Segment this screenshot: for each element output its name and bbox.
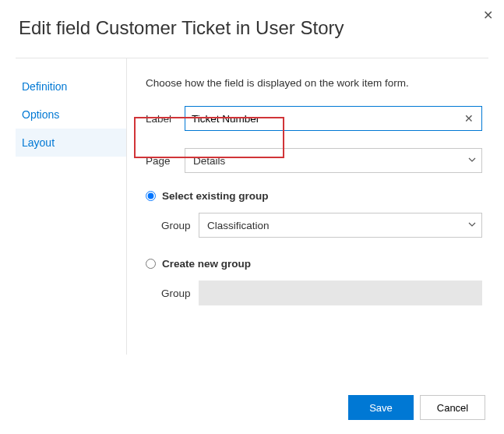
chevron-down-icon xyxy=(467,220,477,231)
group-select[interactable]: Classification xyxy=(199,213,482,238)
clear-label-icon[interactable]: ✕ xyxy=(461,112,477,125)
intro-text: Choose how the field is displayed on the… xyxy=(146,77,482,89)
dialog-title: Edit field Customer Ticket in User Story xyxy=(0,0,504,58)
group-field-label: Group xyxy=(161,220,199,231)
radio-existing-group[interactable]: Select existing group xyxy=(146,190,482,202)
chevron-down-icon xyxy=(467,155,477,167)
close-icon[interactable]: ✕ xyxy=(483,8,493,23)
sidebar-item-options[interactable]: Options xyxy=(16,101,126,129)
label-input-wrap[interactable]: ✕ xyxy=(185,106,482,131)
sidebar: Definition Options Layout xyxy=(16,58,127,355)
new-group-input xyxy=(199,281,482,305)
label-field-label: Label xyxy=(146,113,185,125)
radio-existing-label: Select existing group xyxy=(162,190,269,202)
label-input[interactable] xyxy=(192,113,461,125)
radio-new-label: Create new group xyxy=(162,258,251,270)
page-select-value: Details xyxy=(193,155,467,167)
main-panel: Choose how the field is displayed on the… xyxy=(127,58,488,355)
sidebar-item-definition[interactable]: Definition xyxy=(16,72,126,101)
sidebar-item-layout[interactable]: Layout xyxy=(16,129,126,157)
radio-new-input[interactable] xyxy=(146,259,156,269)
group-select-value: Classification xyxy=(207,220,467,231)
save-button[interactable]: Save xyxy=(348,395,414,420)
cancel-button[interactable]: Cancel xyxy=(420,395,485,420)
radio-existing-input[interactable] xyxy=(146,191,156,201)
page-select[interactable]: Details xyxy=(185,148,482,173)
page-field-label: Page xyxy=(146,155,185,167)
radio-new-group[interactable]: Create new group xyxy=(146,258,482,270)
new-group-field-label: Group xyxy=(161,288,199,299)
